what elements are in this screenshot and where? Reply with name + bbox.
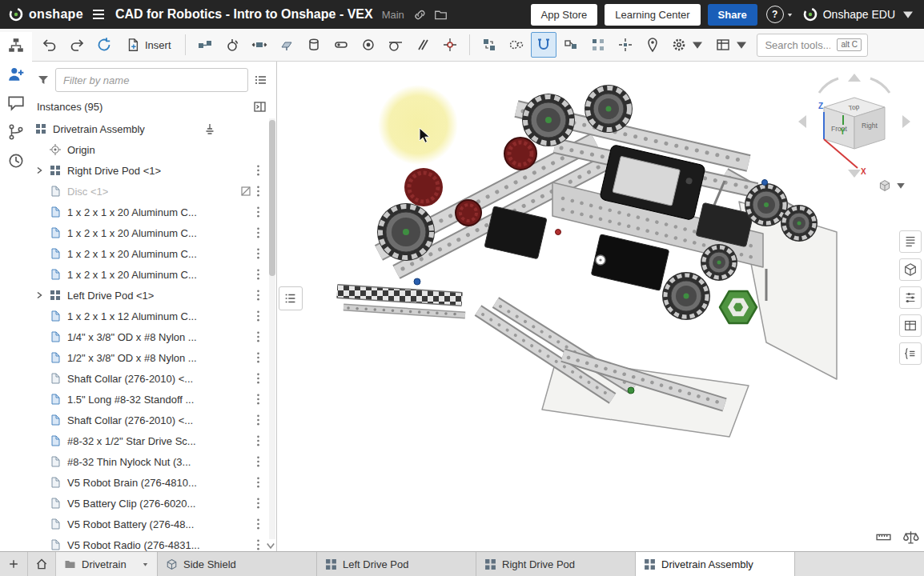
item-context-menu-icon[interactable] (256, 477, 260, 488)
screw-cap[interactable] (762, 180, 768, 186)
item-context-menu-icon[interactable] (256, 186, 260, 197)
item-context-menu-icon[interactable] (256, 352, 260, 363)
tangent-mate-tool[interactable] (383, 32, 408, 58)
tree-row[interactable]: V5 Robot Radio (276-4831... (0, 534, 267, 552)
bom-panel-button[interactable] (899, 230, 922, 253)
sidebar-scrollbar[interactable] (269, 118, 275, 539)
filter-input[interactable] (55, 68, 248, 92)
redo-button[interactable] (64, 32, 90, 58)
mass-properties-icon[interactable] (902, 529, 919, 546)
viewport-3d[interactable]: Top Front Right Z Y X (276, 61, 924, 552)
tree-row[interactable]: Shaft Collar (276-2010) <... (0, 410, 267, 430)
item-context-menu-icon[interactable] (256, 373, 260, 384)
sync-button[interactable] (91, 32, 117, 58)
tree-row[interactable]: V5 Battery Clip (276-6020... (0, 493, 267, 514)
red-gear[interactable] (504, 138, 536, 170)
item-context-menu-icon[interactable] (256, 248, 260, 259)
tab-side-shield[interactable]: Side Shield (158, 552, 317, 576)
tree-row[interactable]: V5 Robot Brain (276-4810... (0, 472, 267, 493)
tree-row[interactable]: Right Drive Pod <1> (0, 160, 267, 181)
tree-row[interactable]: Disc <1> (0, 181, 267, 202)
linear-pattern-tool[interactable] (585, 32, 611, 58)
view-options-menu[interactable] (878, 178, 910, 194)
measure-icon[interactable] (875, 529, 892, 546)
insert-button[interactable]: Insert (119, 33, 179, 57)
item-context-menu-icon[interactable] (256, 518, 260, 530)
item-context-menu-icon[interactable] (256, 435, 260, 446)
omni-wheel[interactable] (522, 94, 575, 146)
item-context-menu-icon[interactable] (256, 227, 260, 238)
open-panel-icon[interactable] (253, 100, 267, 114)
custom-tables-panel-button[interactable] (899, 314, 922, 337)
green-hex-gear[interactable] (720, 291, 757, 323)
omni-wheel[interactable] (701, 244, 737, 281)
main-menu-icon[interactable] (90, 6, 106, 22)
black-box[interactable] (484, 206, 547, 259)
view-cube[interactable]: Top Front Right Z Y X (797, 69, 912, 189)
tree-row[interactable]: #8-32 x 1/2" Star Drive Sc... (0, 430, 267, 451)
exploded-view-tool[interactable] (613, 32, 638, 58)
features-flyout-toggle[interactable] (279, 286, 303, 310)
tab-left-drive-pod[interactable]: Left Drive Pod (317, 552, 476, 576)
tree-row[interactable]: Drivetrain Assembly (0, 118, 267, 139)
item-context-menu-icon[interactable] (256, 290, 260, 301)
new-tab-button[interactable] (0, 552, 28, 576)
red-gear[interactable] (456, 200, 481, 226)
model-tree-button[interactable] (7, 37, 25, 54)
ball-mate-tool[interactable] (356, 32, 381, 58)
mate-relations-tool[interactable] (504, 32, 529, 58)
mate-connector-marker[interactable] (596, 255, 605, 265)
tree-row[interactable]: 1/2" x 3/8" OD x #8 Nylon ... (0, 347, 267, 368)
revolute-mate-tool[interactable] (219, 32, 245, 58)
learning-center-button[interactable]: Learning Center (605, 4, 700, 26)
cylindrical-mate-tool[interactable] (301, 32, 327, 58)
item-context-menu-icon[interactable] (256, 498, 260, 509)
checkered-plate[interactable] (337, 291, 462, 299)
item-context-menu-icon[interactable] (256, 539, 260, 550)
parallel-mate-tool[interactable] (410, 32, 436, 58)
assembly-settings-menu[interactable] (667, 33, 709, 57)
tree-row[interactable]: 1/4" x 3/8" OD x #8 Nylon ... (0, 326, 267, 347)
aluminum-channel[interactable] (478, 310, 613, 398)
search-tools-input[interactable] (763, 38, 832, 52)
screw-cap[interactable] (628, 387, 634, 394)
item-context-menu-icon[interactable] (256, 310, 260, 322)
tree-row[interactable]: Shaft Collar (276-2010) <... (0, 368, 267, 389)
share-link-icon[interactable] (413, 8, 427, 22)
history-button[interactable] (7, 152, 25, 170)
tab-drivetrain-assembly[interactable]: Drivetrain Assembly (636, 552, 795, 576)
tab-drivetrain[interactable]: Drivetrain (56, 552, 158, 576)
help-menu[interactable]: ? (766, 6, 793, 23)
app-store-button[interactable]: App Store (531, 4, 598, 26)
tree-row[interactable]: 1 x 2 x 1 x 20 Aluminum C... (0, 264, 267, 285)
tree-row[interactable]: 1 x 2 x 1 x 20 Aluminum C... (0, 243, 267, 264)
branch-label[interactable]: Main (382, 9, 404, 21)
aluminum-channel[interactable] (343, 307, 465, 315)
pin-slot-mate-tool[interactable] (328, 32, 354, 58)
tree-row[interactable]: V5 Robot Battery (276-48... (0, 514, 267, 534)
item-context-menu-icon[interactable] (256, 456, 260, 467)
named-views-panel-button[interactable] (899, 258, 922, 281)
snap-mode-tool[interactable] (531, 32, 556, 58)
feature-list-panel-button[interactable] (899, 342, 922, 365)
omni-wheel[interactable] (781, 205, 818, 242)
omni-wheel[interactable] (585, 85, 633, 133)
fastened-mate-tool[interactable] (192, 32, 218, 58)
screw-cap[interactable] (556, 230, 561, 235)
tree-row[interactable]: 1 x 2 x 1 x 12 Aluminum C... (0, 306, 267, 326)
item-context-menu-icon[interactable] (256, 206, 260, 218)
tree-row[interactable]: Origin (0, 139, 267, 160)
item-context-menu-icon[interactable] (256, 269, 260, 280)
tree-row[interactable]: 1 x 2 x 1 x 20 Aluminum C... (0, 222, 267, 243)
slider-mate-tool[interactable] (247, 32, 272, 58)
planar-mate-tool[interactable] (274, 32, 299, 58)
tree-row[interactable]: 1.5" Long #8-32 Standoff ... (0, 389, 267, 410)
group-parts-tool[interactable] (476, 32, 502, 58)
onshape-logo[interactable]: onshape (8, 6, 83, 22)
filter-icon[interactable] (37, 74, 50, 86)
fixed-icon[interactable] (204, 123, 215, 134)
in-context-icon[interactable] (240, 186, 251, 197)
item-context-menu-icon[interactable] (256, 394, 260, 405)
red-gear[interactable] (404, 168, 443, 206)
tab-right-drive-pod[interactable]: Right Drive Pod (476, 552, 636, 576)
